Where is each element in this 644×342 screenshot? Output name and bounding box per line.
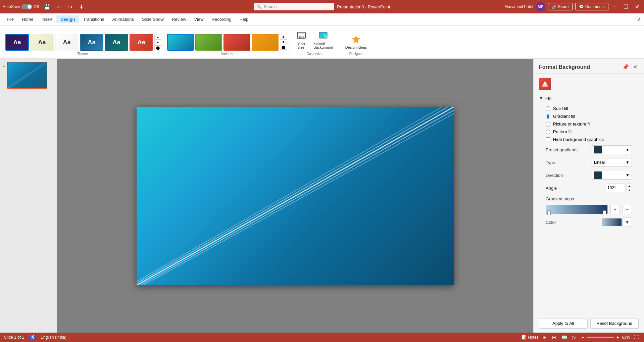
color-dropdown-button[interactable]: ▼ [623, 217, 632, 227]
solid-fill-option[interactable]: Solid fill [546, 106, 632, 111]
angle-increment-button[interactable]: ▲ [627, 184, 632, 188]
autosave-pill[interactable] [21, 4, 32, 9]
theme-scroll-down[interactable]: ▼ [154, 40, 161, 45]
minimize-button[interactable]: ─ [611, 3, 619, 10]
theme-scroll-more[interactable]: ⬤ [154, 45, 161, 50]
gradient-stop-left[interactable] [547, 210, 551, 215]
hide-bg-graphics-option[interactable]: Hide background graphics [539, 136, 639, 143]
slide-size-button[interactable]: 16:9 SlideSize [294, 29, 309, 51]
zoom-control: − + 63% [580, 334, 630, 341]
menu-item-recording[interactable]: Recording [208, 15, 236, 23]
variant-scroll-more[interactable]: ⬤ [280, 45, 287, 50]
theme-scroll[interactable]: ▲ ▼ ⬤ [154, 35, 161, 50]
solid-fill-radio[interactable] [546, 106, 550, 111]
reset-background-button[interactable]: Reset Background [590, 318, 639, 329]
fill-section-header[interactable]: ▼ Fill [534, 93, 644, 103]
theme-6-button[interactable]: Aa [130, 34, 153, 51]
fit-slide-button[interactable]: ⛶ [633, 334, 640, 341]
menu-item-home[interactable]: Home [18, 15, 38, 23]
zoom-slider[interactable] [587, 337, 614, 338]
type-value: Linear [594, 160, 605, 165]
close-button[interactable]: ✕ [633, 3, 641, 11]
theme-4-button[interactable]: Aa [80, 34, 103, 51]
variant-scroll-down[interactable]: ▼ [280, 39, 287, 44]
format-background-ribbon-button[interactable]: FormatBackground [311, 29, 335, 51]
gradient-fill-radio[interactable] [546, 114, 550, 119]
share-button[interactable]: 🔗 Share [548, 3, 573, 10]
angle-input[interactable]: 102° [606, 184, 626, 192]
variant-2-button[interactable] [195, 34, 222, 51]
type-dropdown[interactable]: Linear ▼ [592, 158, 632, 167]
quick-access-more-button[interactable]: ⬇ [77, 3, 86, 11]
menu-bar: File Home Insert Design Transitions Anim… [0, 13, 644, 26]
variant-4-button[interactable] [252, 34, 279, 51]
zoom-out-button[interactable]: − [580, 334, 586, 341]
menu-item-review[interactable]: Review [168, 15, 190, 23]
slide-sorter-button[interactable]: ⊟ [551, 334, 557, 341]
slide-item-1[interactable]: 1 [3, 62, 54, 89]
accessibility-button[interactable]: ♿ [28, 334, 37, 341]
redo-button[interactable]: ↪ [66, 3, 75, 11]
color-picker-button[interactable] [602, 218, 622, 226]
autosave-toggle[interactable]: AutoSave Off [3, 4, 39, 9]
menu-item-file[interactable]: File [3, 15, 18, 23]
preset-gradient-dropdown-arrow: ▼ [626, 147, 630, 152]
hide-bg-graphics-checkbox[interactable] [546, 137, 550, 142]
gradient-bar[interactable] [546, 205, 608, 214]
preset-gradients-dropdown[interactable]: ▼ [592, 145, 632, 154]
theme-5-button[interactable]: Aa [105, 34, 128, 51]
variant-3-button[interactable] [224, 34, 250, 51]
theme-scroll-up[interactable]: ▲ [154, 35, 161, 40]
theme-2-button[interactable]: Aa [30, 34, 54, 51]
variant-scroll-up[interactable]: ▲ [280, 34, 287, 39]
pattern-fill-option[interactable]: Pattern fill [546, 129, 632, 134]
normal-view-button[interactable]: ⊞ [541, 334, 548, 341]
restore-button[interactable]: ❐ [622, 3, 630, 11]
menu-item-help[interactable]: Help [236, 15, 253, 23]
panel-pin-button[interactable]: 📌 [621, 63, 630, 71]
svg-line-5 [9, 64, 46, 88]
picture-fill-option[interactable]: Picture or texture fill [546, 121, 632, 127]
apply-to-all-button[interactable]: Apply to All [539, 318, 588, 329]
menu-item-design[interactable]: Design [56, 15, 79, 23]
fill-icon-button[interactable] [539, 78, 551, 90]
menu-item-transitions[interactable]: Transitions [79, 15, 108, 23]
menu-item-view[interactable]: View [190, 15, 208, 23]
presentation-view-button[interactable]: ▷ [571, 334, 578, 341]
menu-item-slideshow[interactable]: Slide Show [138, 15, 168, 23]
slide-number: 1 [3, 62, 5, 68]
theme-3-button[interactable]: Aa [55, 34, 79, 51]
picture-fill-radio[interactable] [546, 122, 550, 127]
ribbon: Aa Aa Aa Aa Aa Aa ▲ ▼ ⬤ Themes [0, 26, 644, 59]
fill-section-label: Fill [545, 96, 552, 101]
slide-thumbnail-1[interactable] [7, 62, 47, 89]
menu-item-animations[interactable]: Animations [108, 15, 138, 23]
comments-button[interactable]: 💬 Comments [575, 3, 608, 10]
undo-button[interactable]: ↩ [55, 3, 63, 11]
zoom-in-button[interactable]: + [615, 334, 621, 341]
variant-1-button[interactable] [167, 34, 194, 51]
panel-close-button[interactable]: ✕ [632, 63, 639, 71]
gradient-stop-right[interactable] [603, 210, 606, 215]
menu-item-insert[interactable]: Insert [38, 15, 57, 23]
direction-dropdown[interactable]: ▼ [592, 171, 632, 180]
search-box[interactable]: 🔍 [254, 3, 334, 10]
pattern-fill-radio[interactable] [546, 130, 550, 134]
autosave-state: Off [34, 4, 39, 9]
gradient-remove-stop-button[interactable]: − [623, 205, 632, 214]
slide-canvas[interactable] [137, 107, 454, 285]
ribbon-collapse-button[interactable]: ∧ [637, 16, 641, 22]
gradient-fill-option[interactable]: Gradient fill [546, 114, 632, 119]
variant-scroll[interactable]: ▲ ▼ ⬤ [280, 34, 287, 51]
save-button[interactable]: 💾 [42, 3, 52, 11]
notes-button[interactable]: 📝 Notes [522, 335, 538, 340]
theme-1-button[interactable]: Aa [5, 34, 29, 51]
search-icon: 🔍 [257, 4, 262, 9]
angle-decrement-button[interactable]: ▼ [627, 188, 632, 192]
design-ideas-button[interactable]: Design Ideas [343, 33, 369, 51]
search-input[interactable] [264, 4, 324, 9]
canvas-area[interactable] [57, 59, 533, 333]
reading-view-button[interactable]: 📖 [560, 334, 568, 341]
gradient-add-stop-button[interactable]: + [610, 205, 620, 214]
user-avatar[interactable]: MP [536, 2, 545, 11]
